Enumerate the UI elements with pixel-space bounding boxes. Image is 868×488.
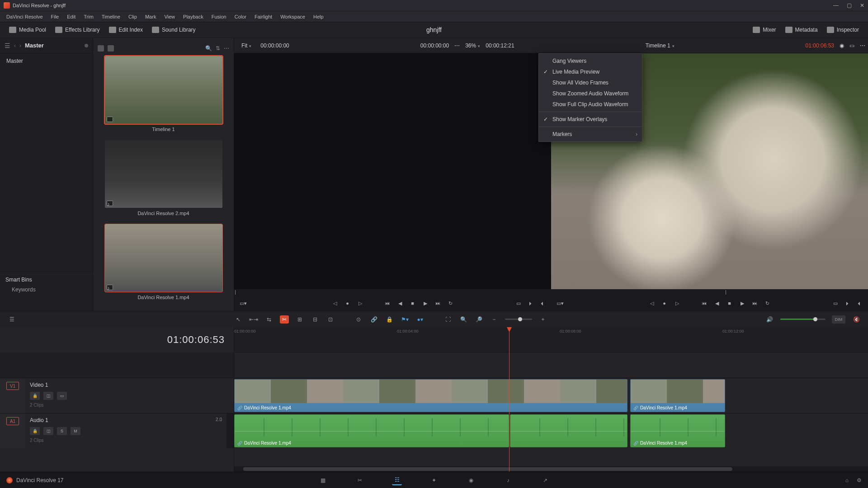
track-auto-icon[interactable]: ◫ (43, 392, 53, 400)
timeline-playhead[interactable] (509, 327, 509, 472)
video-clip-2[interactable]: 🔗DaVinci Resolve 1.mp4 (630, 379, 725, 412)
timeline-selector[interactable]: Timeline 1 (643, 42, 677, 49)
ctx-live-preview[interactable]: Live Media Preview (539, 66, 642, 77)
source-options-icon[interactable]: ⋯ (452, 42, 462, 49)
panel-menu-icon[interactable]: ☰ (5, 42, 10, 49)
audio-clip-2[interactable]: 🔗DaVinci Resolve 1.mp4 (630, 414, 725, 447)
a1-tag[interactable]: A1 (6, 417, 19, 425)
timeline-zoom-pct[interactable]: 36% (462, 42, 483, 49)
tl-jog-back-icon[interactable]: ◁ (648, 300, 656, 307)
ctx-all-frames[interactable]: Show All Video Frames (539, 77, 642, 88)
selection-tool-icon[interactable]: ↖ (234, 315, 243, 324)
menu-mark[interactable]: Mark (142, 13, 160, 21)
effects-library-toggle[interactable]: Effects Library (51, 25, 104, 35)
stop-icon[interactable]: ■ (409, 300, 416, 307)
master-bin[interactable]: Master (6, 58, 86, 64)
menu-edit[interactable]: Edit (63, 13, 79, 21)
trim-tool-icon[interactable]: ⇤⇥ (249, 315, 258, 324)
deliver-page-icon[interactable]: ↗ (540, 475, 550, 485)
tl-match-frame-icon[interactable]: ▭ (832, 300, 839, 307)
audio-clip-1b[interactable] (510, 414, 627, 447)
bin-path[interactable]: Master (25, 42, 81, 49)
minimize-button[interactable]: — (833, 2, 839, 9)
project-settings-icon[interactable]: ⚙ (857, 477, 862, 483)
snapping-icon[interactable]: ⊙ (354, 315, 363, 324)
flag-icon[interactable]: ⚑▾ (400, 315, 409, 324)
thumb-view-icon[interactable] (98, 45, 104, 52)
nav-fwd-icon[interactable]: › (19, 42, 21, 49)
loop-icon[interactable]: ↻ (447, 300, 454, 307)
tl-play-icon[interactable]: ▶ (739, 300, 746, 307)
tl-out-icon[interactable]: ⏴ (855, 300, 863, 307)
menu-workspace[interactable]: Workspace (277, 13, 309, 21)
menu-davinci[interactable]: DaVinci Resolve (3, 13, 47, 21)
media-pool-toggle[interactable]: Media Pool (5, 25, 51, 35)
dynamic-trim-icon[interactable]: ⇆ (264, 315, 274, 324)
zoom-custom-icon[interactable]: 🔎 (474, 315, 483, 324)
menu-fusion[interactable]: Fusion (208, 13, 230, 21)
step-back-icon[interactable]: ◀ (396, 300, 404, 307)
ctx-marker-overlays[interactable]: Show Marker Overlays (539, 114, 642, 125)
match-frame-icon[interactable]: ▭ (515, 300, 522, 307)
edit-page-icon[interactable]: ☷ (392, 475, 402, 485)
menu-view[interactable]: View (160, 13, 179, 21)
fusion-page-icon[interactable]: ✦ (429, 475, 439, 485)
video-track-lane[interactable]: 🔗DaVinci Resolve 1.mp4 🔗DaVinci Resolve … (234, 378, 868, 413)
zoom-detail-icon[interactable]: 🔍 (459, 315, 468, 324)
tl-jog-fwd-icon[interactable]: ▷ (674, 300, 681, 307)
cut-page-icon[interactable]: ✂ (355, 475, 365, 485)
audio-clip-1a[interactable]: 🔗DaVinci Resolve 1.mp4 (234, 414, 509, 447)
color-page-icon[interactable]: ◉ (466, 475, 476, 485)
jog-dot-icon[interactable]: ● (344, 300, 351, 307)
tl-jog-dot-icon[interactable]: ● (661, 300, 668, 307)
overwrite-clip-icon[interactable]: ⊟ (311, 315, 320, 324)
metadata-toggle[interactable]: Metadata (781, 25, 822, 35)
smart-bin-keywords[interactable]: Keywords (5, 286, 87, 293)
atrack-solo-button[interactable]: S (57, 427, 67, 435)
blade-tool-icon[interactable]: ✂ (280, 315, 289, 324)
jog-back-icon[interactable]: ◁ (331, 300, 339, 307)
ctx-gang-viewers[interactable]: Gang Viewers (539, 56, 642, 66)
tl-loop-icon[interactable]: ↻ (764, 300, 771, 307)
replace-clip-icon[interactable]: ⊡ (326, 315, 335, 324)
in-point-icon[interactable]: ⏵ (527, 300, 534, 307)
single-viewer-icon[interactable]: ▭ (847, 42, 857, 49)
track-disable-icon[interactable]: ▭ (57, 392, 67, 400)
menu-trim[interactable]: Trim (80, 13, 97, 21)
timeline-ruler[interactable]: 01:00:00:00 01:00:04:00 01:00:08:00 01:0… (234, 327, 868, 352)
mixer-toggle[interactable]: Mixer (748, 25, 780, 35)
menu-fairlight[interactable]: Fairlight (251, 13, 276, 21)
source-scrubber[interactable] (234, 289, 551, 296)
menu-playback[interactable]: Playback (179, 13, 207, 21)
ctx-full-waveform[interactable]: Show Full Clip Audio Waveform (539, 99, 642, 110)
media-page-icon[interactable]: ▦ (318, 475, 328, 485)
home-icon[interactable]: ⌂ (845, 477, 849, 483)
out-point-icon[interactable]: ⏴ (538, 300, 546, 307)
options-icon[interactable]: ⋯ (224, 45, 229, 52)
tl-stop-icon[interactable]: ■ (726, 300, 733, 307)
atrack-lock-icon[interactable]: 🔒 (30, 427, 40, 435)
go-last-icon[interactable]: ⏭ (434, 300, 442, 307)
video-clip-1[interactable]: 🔗DaVinci Resolve 1.mp4 (234, 379, 627, 412)
tl-mode-icon[interactable]: ▭▾ (557, 300, 564, 307)
timeline-h-scrollbar[interactable] (234, 466, 868, 472)
go-first-icon[interactable]: ⏮ (384, 300, 391, 307)
atrack-mute-button[interactable]: M (71, 427, 80, 435)
zoom-slider[interactable] (505, 319, 532, 320)
clip-thumb-timeline1[interactable]: Timeline 1 (98, 56, 229, 132)
clip-thumb-2[interactable]: ♪ DaVinci Resolve 2.mp4 (98, 140, 229, 216)
source-canvas[interactable] (234, 53, 551, 289)
play-icon[interactable]: ▶ (422, 300, 429, 307)
volume-slider[interactable] (780, 319, 826, 320)
tl-step-back-icon[interactable]: ◀ (713, 300, 721, 307)
maximize-button[interactable]: ▢ (847, 2, 852, 9)
smart-bins-header[interactable]: Smart Bins (5, 277, 87, 283)
audio-track-lane[interactable]: 🔗DaVinci Resolve 1.mp4 🔗DaVinci Resolve … (234, 413, 868, 448)
menu-clip[interactable]: Clip (125, 13, 141, 21)
fairlight-page-icon[interactable]: ♪ (503, 475, 513, 485)
search-icon[interactable]: 🔍 (205, 45, 212, 52)
tl-in-icon[interactable]: ⏵ (844, 300, 851, 307)
jog-fwd-icon[interactable]: ▷ (357, 300, 364, 307)
inspector-toggle[interactable]: Inspector (822, 25, 863, 35)
monitor-volume-icon[interactable]: 🔊 (765, 315, 774, 324)
